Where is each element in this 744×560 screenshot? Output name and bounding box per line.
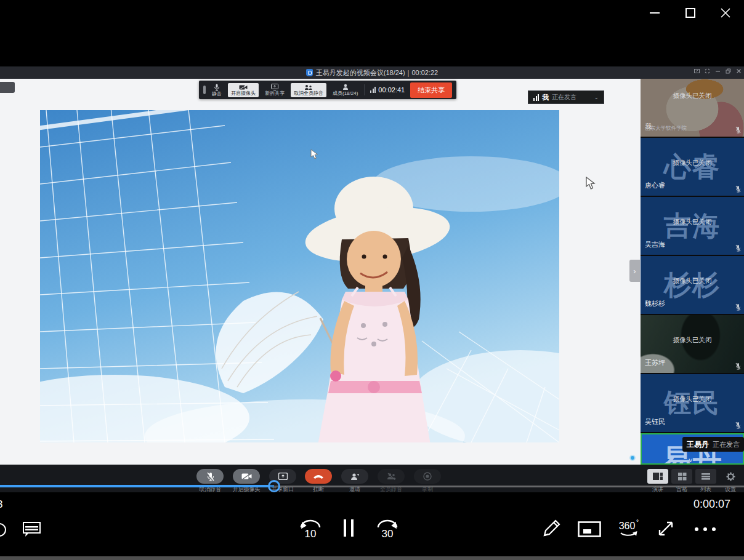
mic-muted-icon [735,185,741,193]
svg-text:360: 360 [619,521,636,531]
remote-cursor-icon [310,149,319,160]
toolbar-divider [364,84,365,95]
progress-fill [0,485,274,487]
volume-bars-icon [533,94,539,101]
mini-minimize-icon[interactable] [715,68,721,74]
player-current-time: 0:00:07 [693,498,730,511]
camera-on-button[interactable]: 开启摄像头 [232,469,261,494]
participant-tile[interactable]: 杉杉 摄像头已关闭 魏杉杉 [641,256,744,314]
participant-tile[interactable]: 摄像头已关闭 王苏坪 [641,315,744,373]
clipped-time-text: 3 [0,498,2,511]
participant-tile-me[interactable]: 摄像头已关闭 我 山东大学软件学院 [641,79,744,137]
unmute-button[interactable]: 取消静音 [196,469,224,494]
camera-off-label: 摄像头已关闭 [641,92,744,100]
layout-list-icon [701,473,711,480]
svg-text:°: ° [636,519,639,526]
maximize-icon[interactable] [682,5,699,21]
annotate-button[interactable] [541,518,562,539]
svg-text:10: 10 [305,528,317,540]
members-button[interactable]: 成员(18/24) [332,82,358,97]
camera-off-label: 摄像头已关闭 [641,395,744,404]
rotate-360-button[interactable]: 360° [616,518,641,540]
record-button[interactable]: 录制 [413,469,442,494]
active-speaker-dropdown[interactable]: 我 正在发言 ⌄ [528,90,604,104]
participant-tile[interactable]: 吉海 摄像头已关闭 吴吉海 [641,197,744,255]
meeting-window: 王易丹发起的视频会议(18/24)｜00:02:22 静音 [0,66,744,492]
floating-meeting-toolbar: 静音 开启摄像头 新的共享 取消全员静音 成员(18/24) [199,81,456,99]
shared-screen-area: 静音 开启摄像头 新的共享 取消全员静音 成员(18/24) [0,79,641,465]
invite-button[interactable]: 邀请 [341,469,369,494]
share-screen-icon [271,84,278,90]
chat-bubble-icon [22,519,42,539]
participant-tile[interactable]: 心睿 摄像头已关闭 唐心睿 [641,138,744,196]
camera-off-label: 摄像头已关闭 [641,218,744,226]
meeting-titlebar: 王易丹发起的视频会议(18/24)｜00:02:22 [0,66,744,79]
speaker-status: 正在发言 [552,93,576,102]
fullscreen-button[interactable] [657,519,675,538]
rotate-360-icon: 360° [616,518,641,540]
view-grid-button[interactable]: 宫格 [669,469,694,494]
corner-tab[interactable] [0,82,15,93]
open-camera-button[interactable]: 开启摄像头 [228,83,259,97]
participant-name: 唐心睿 [645,181,665,190]
mute-button[interactable]: 静音 [211,82,222,98]
meeting-bottom-toolbar: 取消静音 开启摄像头 共享窗口 挂断 邀请 全员静音 [0,465,744,492]
unmute-all-button[interactable]: 取消全员静音 [291,83,326,97]
people-icon [304,84,313,90]
drag-grip-icon[interactable] [203,86,206,94]
mic-muted-icon [735,362,741,370]
hangup-icon [313,474,324,479]
mic-muted-icon [735,244,741,252]
meeting-window-controls [694,68,742,74]
view-speaker-button[interactable]: 演讲 [645,469,670,494]
progress-handle[interactable] [268,480,280,492]
pause-button[interactable] [342,519,356,537]
subtitles-button[interactable] [22,519,42,539]
fullscreen-arrows-icon[interactable] [705,68,710,74]
svg-text:30: 30 [382,528,394,540]
end-share-button[interactable]: 结束共享 [410,82,452,98]
member-icon [342,84,349,90]
mini-restore-icon[interactable] [726,68,731,74]
mini-close-icon[interactable] [736,68,742,74]
mouse-cursor-icon [586,177,596,190]
layout-grid-icon [677,472,687,481]
security-shield-icon [306,69,313,76]
camera-off-label: 摄像头已关闭 [641,277,744,286]
window-bottom-strip [0,556,744,560]
participant-tile[interactable]: 钰民 摄像头已关闭 吴钰民 [641,374,744,432]
new-share-button[interactable]: 新的共享 [264,82,285,97]
rewind-10-button[interactable]: 10 [297,517,323,542]
camera-off-label: 摄像头已关闭 [641,159,744,167]
player-progress-bar[interactable] [0,485,744,487]
meeting-title: 王易丹发起的视频会议(18/24)｜00:02:22 [306,68,438,78]
view-list-button[interactable]: 列表 [693,469,718,494]
mic-muted-icon [735,126,741,134]
close-icon[interactable] [717,5,734,21]
minimize-icon[interactable] [646,5,663,21]
mute-all-button[interactable]: 全员静音 [377,469,405,494]
camera-off-label: 摄像头已关闭 [641,336,744,345]
popout-icon[interactable] [694,68,700,74]
pencil-icon [541,518,562,539]
settings-button[interactable]: 设置 [718,469,743,494]
mic-off-icon [206,472,214,481]
more-button[interactable] [693,527,717,532]
mic-icon [214,84,220,91]
camera-icon [239,84,248,90]
mic-muted-icon [735,303,741,311]
hangup-button[interactable]: 挂断 [304,469,333,494]
more-icon [693,527,717,532]
notification-dot [629,455,636,461]
speaker-name: 我 [542,93,549,102]
layout-speaker-icon [652,472,663,481]
outer-titlebar [0,0,744,66]
pip-button[interactable] [578,521,601,537]
forward-30-button[interactable]: 30 [374,517,400,542]
speaking-tooltip: 王易丹 正在发言 [682,437,744,452]
signal-bars-icon [370,87,376,93]
clipped-button [0,523,6,537]
sidebar-collapse-chevron[interactable]: › [629,260,640,282]
invite-icon [350,473,359,481]
screen: 王易丹发起的视频会议(18/24)｜00:02:22 静音 [0,0,744,560]
